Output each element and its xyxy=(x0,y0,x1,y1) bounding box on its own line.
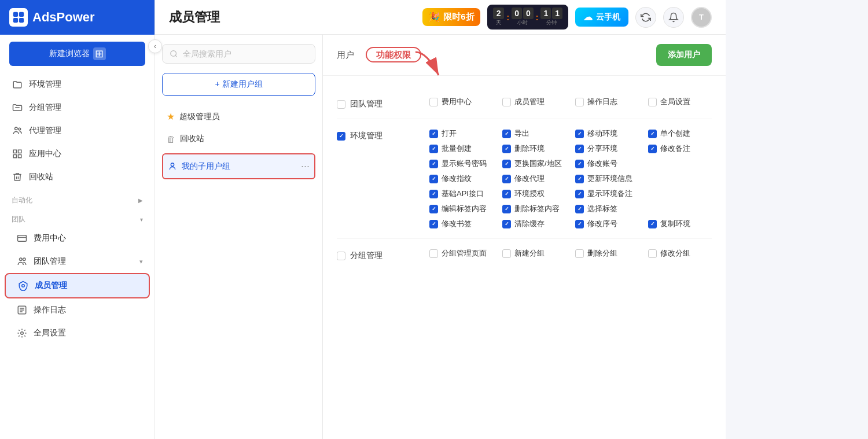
svg-rect-11 xyxy=(18,235,27,242)
sidebar-label-global-settings: 全局设置 xyxy=(34,328,66,338)
cb-update-env[interactable] xyxy=(575,175,584,183)
perm-checkbox-team[interactable] xyxy=(337,100,345,109)
more-button[interactable]: ··· xyxy=(301,160,310,172)
lbl-change-country: 更换国家/地区 xyxy=(514,158,562,169)
permissions-list: 团队管理 费用中心 成员管理 xyxy=(323,76,726,282)
perm-cb-oplog[interactable] xyxy=(575,98,584,106)
svg-point-15 xyxy=(22,285,25,287)
perm-row-env: 环境管理 打开 导出 移动环境 单个创建 xyxy=(337,119,712,239)
cb-single-create[interactable] xyxy=(648,130,657,138)
user-avatar[interactable]: T xyxy=(691,7,712,28)
cb-export[interactable] xyxy=(502,130,511,138)
collapse-button[interactable]: ‹ xyxy=(148,39,162,53)
cb-copy-env[interactable] xyxy=(648,220,657,228)
trash2-icon: 🗑 xyxy=(167,134,175,144)
sidebar-item-proxy[interactable]: 代理管理 xyxy=(5,119,150,142)
cb-edit-proxy[interactable] xyxy=(502,175,511,183)
timer-hours-label: 小时 xyxy=(517,19,528,27)
cb-edit-note[interactable] xyxy=(648,145,657,153)
svg-rect-8 xyxy=(19,150,21,153)
group-item-trash[interactable]: 🗑 回收站 xyxy=(162,128,315,150)
cb-show-pwd[interactable] xyxy=(429,160,438,168)
tabs: 用户 功能权限 xyxy=(337,47,421,63)
perm-checkbox-group[interactable] xyxy=(337,252,345,260)
cb-select-tag[interactable] xyxy=(575,205,584,213)
lbl-api: 基础API接口 xyxy=(442,189,484,199)
timer-mins-h: 1 xyxy=(540,8,551,19)
sidebar-item-team-mgmt[interactable]: 团队管理 ▾ xyxy=(5,250,150,273)
cb-show-env-note[interactable] xyxy=(575,190,584,198)
perm-option-oplog: 操作日志 xyxy=(575,97,639,107)
timer-hours-l: 0 xyxy=(523,8,534,19)
sidebar-item-apps[interactable]: 应用中心 xyxy=(5,142,150,165)
cb-edit-account[interactable] xyxy=(575,160,584,168)
cb-batch-create[interactable] xyxy=(429,145,438,153)
lbl-group-page: 分组管理页面 xyxy=(442,248,487,259)
sidebar-item-env[interactable]: 环境管理 xyxy=(5,73,150,96)
cb-change-country[interactable] xyxy=(502,160,511,168)
timer-mins-group: 1 1 分钟 xyxy=(540,8,562,27)
perm-cb-billing[interactable] xyxy=(429,98,438,106)
lbl-update-env: 更新环境信息 xyxy=(587,174,632,184)
sidebar-item-group[interactable]: 分组管理 xyxy=(5,96,150,119)
sidebar-label-billing: 费用中心 xyxy=(34,233,66,244)
tab-permission[interactable]: 功能权限 xyxy=(366,47,421,63)
add-user-button[interactable]: 添加用户 xyxy=(656,44,712,66)
cb-edit-bookmark[interactable] xyxy=(429,220,438,228)
perm-option-member: 成员管理 xyxy=(502,97,566,107)
main-area: 成员管理 🎉 限时6折 2 天 : 0 xyxy=(155,0,726,439)
search-input[interactable] xyxy=(183,49,308,58)
cb-api[interactable] xyxy=(429,190,438,198)
cb-env-auth[interactable] xyxy=(502,190,511,198)
cb-group-page[interactable] xyxy=(429,249,438,258)
lbl-new-group: 新建分组 xyxy=(514,248,545,259)
perm-option-global: 全局设置 xyxy=(648,97,712,107)
cb-clear-cache[interactable] xyxy=(502,220,511,228)
sidebar-label-apps: 应用中心 xyxy=(29,149,61,159)
sidebar-item-billing[interactable]: 费用中心 xyxy=(5,227,150,250)
sidebar: AdsPower 新建浏览器 ⊞ 环境管理 分组管理 xyxy=(0,0,155,439)
lbl-show-env-note: 显示环境备注 xyxy=(587,189,632,199)
my-subgroup-item[interactable]: 我的子用户组 ··· xyxy=(162,153,315,179)
promo-banner[interactable]: 🎉 限时6折 xyxy=(422,8,480,26)
perm-cb-global[interactable] xyxy=(648,98,657,106)
sidebar-item-operation-log[interactable]: 操作日志 xyxy=(5,298,150,322)
new-browser-button[interactable]: 新建浏览器 ⊞ xyxy=(9,42,145,66)
cb-edit-tag[interactable] xyxy=(429,205,438,213)
cb-del-group[interactable] xyxy=(575,249,584,258)
sidebar-item-global-settings[interactable]: 全局设置 xyxy=(5,322,150,345)
timer-days-label: 天 xyxy=(496,19,501,27)
nav-section: 环境管理 分组管理 代理管理 应用中心 xyxy=(0,73,155,439)
lbl-edit-proxy: 修改代理 xyxy=(514,174,545,184)
trash-icon xyxy=(12,171,23,183)
cb-new-group[interactable] xyxy=(502,249,511,258)
cb-del-tag[interactable] xyxy=(502,205,511,213)
perm-label-global: 全局设置 xyxy=(660,97,690,107)
cloud-phone-button[interactable]: ☁ 云手机 xyxy=(575,8,628,27)
perm-checkbox-env[interactable] xyxy=(337,132,345,141)
group-item-super-admin[interactable]: ★ 超级管理员 xyxy=(162,105,315,128)
cb-del-env[interactable] xyxy=(502,145,511,153)
cb-open[interactable] xyxy=(429,130,438,138)
perm-label-oplog: 操作日志 xyxy=(587,97,617,107)
new-group-button[interactable]: + 新建用户组 xyxy=(162,73,315,96)
cb-move-env[interactable] xyxy=(575,130,584,138)
sidebar-item-trash[interactable]: 回收站 xyxy=(5,165,150,189)
perm-cb-member[interactable] xyxy=(502,98,511,106)
notification-button[interactable] xyxy=(663,7,684,28)
refresh-button[interactable] xyxy=(635,7,656,28)
cb-edit-group[interactable] xyxy=(648,249,657,258)
perm-row-group-mgmt: 分组管理 分组管理页面 新建分组 删除分组 修改分组 xyxy=(337,239,712,270)
cb-edit-seq[interactable] xyxy=(575,220,584,228)
add-user-label: 添加用户 xyxy=(668,50,700,59)
tab-user[interactable]: 用户 xyxy=(337,47,354,63)
svg-line-22 xyxy=(175,56,177,57)
timer-colon-1: : xyxy=(506,13,509,22)
cb-share-env[interactable] xyxy=(575,145,584,153)
sidebar-item-member-mgmt[interactable]: 成员管理 xyxy=(5,273,150,298)
page-title: 成员管理 xyxy=(169,9,220,26)
lbl-batch-create: 批量创建 xyxy=(442,143,472,154)
search-icon xyxy=(170,49,178,58)
cb-edit-fp[interactable] xyxy=(429,175,438,183)
lbl-del-env: 删除环境 xyxy=(514,143,545,154)
